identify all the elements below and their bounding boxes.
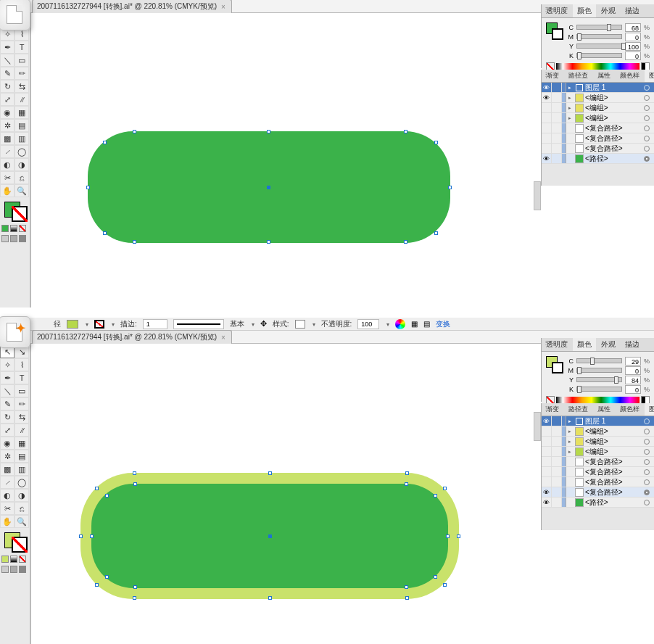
gradient-tool[interactable]: ▥ xyxy=(15,463,29,476)
expand-toggle[interactable]: ▸ xyxy=(566,439,574,445)
target-icon[interactable] xyxy=(644,125,650,131)
visibility-toggle[interactable] xyxy=(542,113,552,123)
graph-tool[interactable]: ▤ xyxy=(15,450,29,463)
screen-mode-normal[interactable] xyxy=(1,235,9,242)
visibility-toggle[interactable] xyxy=(542,457,552,467)
visibility-toggle[interactable] xyxy=(542,467,552,477)
tab-appearance[interactable]: 外观 xyxy=(597,338,620,351)
livepaint-select-tool[interactable]: ◑ xyxy=(15,158,29,171)
eyedropper-tool[interactable]: ⟋ xyxy=(0,145,15,158)
style-swatch[interactable] xyxy=(295,320,305,329)
lock-toggle[interactable] xyxy=(552,426,562,437)
scissors-tool[interactable]: ⎌ xyxy=(15,171,29,184)
visibility-toggle[interactable]: 👁 xyxy=(542,498,552,508)
visibility-toggle[interactable] xyxy=(542,133,552,144)
layer-item[interactable]: 👁<路径> xyxy=(542,154,654,164)
canvas-scrollbar[interactable] xyxy=(534,181,541,210)
lock-toggle[interactable] xyxy=(552,133,562,144)
lock-toggle[interactable] xyxy=(552,457,562,467)
layer-item[interactable]: ▸<编组> xyxy=(542,426,654,437)
tab-stroke[interactable]: 描边 xyxy=(621,4,644,17)
fill-dropdown-icon[interactable] xyxy=(84,320,88,328)
tab-color[interactable]: 颜色 xyxy=(573,338,596,351)
layer-header-row[interactable]: 👁 ▸ 图层 1 xyxy=(542,83,654,93)
layer-header-row[interactable]: 👁 ▸ 图层 1 xyxy=(542,416,654,426)
layer-item[interactable]: <复合路径> xyxy=(542,467,654,477)
tab-attributes[interactable]: 属性 xyxy=(593,70,615,82)
target-icon[interactable] xyxy=(644,115,650,121)
rotate-tool[interactable]: ↻ xyxy=(0,80,15,93)
free-transform-tool[interactable]: ▦ xyxy=(15,106,29,119)
hand-tool[interactable]: ✋ xyxy=(0,184,15,197)
brush-tool[interactable]: ✎ xyxy=(0,67,15,80)
color-fill-stroke[interactable] xyxy=(546,356,563,373)
cyan-value[interactable]: 29 xyxy=(625,357,641,366)
lasso-tool[interactable]: ⌇ xyxy=(15,358,29,371)
hand-tool[interactable]: ✋ xyxy=(0,515,15,528)
lock-toggle[interactable] xyxy=(552,467,562,477)
black-value[interactable]: 0 xyxy=(625,385,641,394)
shear-tool[interactable]: ⫽ xyxy=(15,424,29,437)
document-tab[interactable]: 2007116132727944 [转换].ai* @ 220.81% (CMY… xyxy=(32,330,232,344)
scale-tool[interactable]: ⤢ xyxy=(0,424,15,437)
visibility-toggle[interactable] xyxy=(542,426,552,437)
tab-pathfinder[interactable]: 路径查 xyxy=(564,70,592,82)
layer-item[interactable]: 👁▸<编组> xyxy=(542,93,654,103)
move-icon[interactable]: ✥ xyxy=(260,319,267,329)
target-icon[interactable] xyxy=(644,500,650,505)
reflect-tool[interactable]: ⇆ xyxy=(15,410,29,424)
cyan-slider[interactable] xyxy=(576,358,622,363)
pen-tool[interactable]: ✒ xyxy=(0,371,15,384)
screen-mode-full[interactable] xyxy=(10,235,17,242)
lock-toggle[interactable] xyxy=(552,477,562,487)
magenta-slider[interactable] xyxy=(576,368,622,373)
type-tool[interactable]: T xyxy=(15,371,29,384)
lock-toggle[interactable] xyxy=(552,487,562,498)
visibility-toggle[interactable] xyxy=(542,477,552,487)
magenta-value[interactable]: 0 xyxy=(625,366,641,375)
lock-toggle[interactable] xyxy=(552,113,562,123)
color-mode-gradient[interactable] xyxy=(10,556,17,563)
mesh-tool[interactable]: ▩ xyxy=(0,463,15,476)
screen-mode-present[interactable] xyxy=(19,235,26,242)
lock-toggle[interactable] xyxy=(552,447,562,457)
target-icon[interactable] xyxy=(644,459,650,465)
pencil-tool[interactable]: ✏ xyxy=(15,397,29,410)
target-icon[interactable] xyxy=(644,105,650,111)
expand-toggle[interactable]: ▸ xyxy=(566,115,574,121)
close-tab-icon[interactable]: × xyxy=(221,3,225,11)
expand-toggle[interactable]: ▸ xyxy=(566,429,574,434)
warp-tool[interactable]: ◉ xyxy=(0,106,15,119)
visibility-toggle[interactable] xyxy=(542,123,552,133)
scissors-tool[interactable]: ⎌ xyxy=(15,502,29,515)
pencil-tool[interactable]: ✏ xyxy=(15,67,29,80)
symbol-tool[interactable]: ✲ xyxy=(0,119,15,132)
brush-dropdown-icon[interactable] xyxy=(250,320,254,328)
fill-stroke-indicator[interactable] xyxy=(3,531,28,553)
cyan-slider[interactable] xyxy=(576,25,622,30)
blend-tool[interactable]: ◯ xyxy=(15,476,29,489)
target-icon[interactable] xyxy=(644,449,650,455)
lock-toggle[interactable] xyxy=(552,103,562,113)
color-fill-stroke[interactable] xyxy=(546,22,563,40)
target-icon[interactable] xyxy=(644,146,650,152)
lock-toggle[interactable] xyxy=(552,437,562,447)
livepaint-tool[interactable]: ◐ xyxy=(0,158,15,171)
cyan-value[interactable]: 68 xyxy=(625,23,641,32)
color-mode-solid[interactable] xyxy=(1,556,9,563)
tab-attributes[interactable]: 属性 xyxy=(593,403,615,416)
yellow-slider[interactable] xyxy=(576,44,622,49)
doc-setup-icon[interactable]: ▦ xyxy=(411,320,418,328)
color-mode-none[interactable] xyxy=(19,556,26,563)
layer-item[interactable]: <复合路径> xyxy=(542,477,654,487)
screen-mode-full[interactable] xyxy=(10,566,17,573)
symbol-tool[interactable]: ✲ xyxy=(0,450,15,463)
yellow-slider[interactable] xyxy=(576,377,622,382)
rotate-tool[interactable]: ↻ xyxy=(0,410,15,424)
visibility-icon[interactable]: 👁 xyxy=(542,83,552,93)
scale-tool[interactable]: ⤢ xyxy=(0,93,15,106)
livepaint-select-tool[interactable]: ◑ xyxy=(15,489,29,502)
blend-tool[interactable]: ◯ xyxy=(15,145,29,158)
lock-toggle[interactable] xyxy=(552,123,562,133)
tab-pathfinder[interactable]: 路径查 xyxy=(564,403,592,416)
